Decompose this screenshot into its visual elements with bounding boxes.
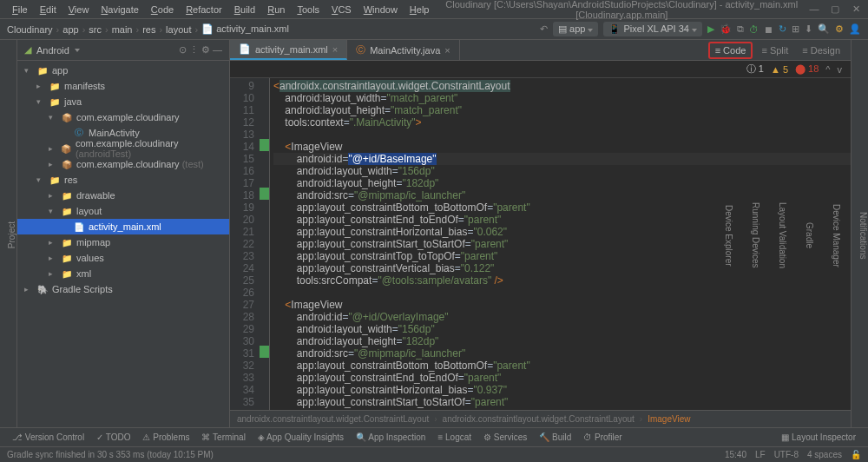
code-line[interactable]: android:layout_height="match_parent" (273, 104, 851, 116)
sync-icon[interactable]: ↻ (779, 23, 786, 35)
indent[interactable]: 4 spaces (807, 450, 842, 459)
panel-menu-icon[interactable]: ⊙ ⋮ ⚙ — (179, 44, 222, 56)
tree-item[interactable]: ▾📁java (17, 94, 229, 109)
settings-icon[interactable]: ⚙ (835, 23, 844, 35)
code-line[interactable]: app:layout_constraintHorizontal_bias="0.… (273, 384, 851, 396)
crumb-5[interactable]: layout (166, 24, 191, 35)
chevron-up-icon[interactable]: ^ (825, 64, 830, 75)
tree-item[interactable]: ▸📁values (17, 250, 229, 266)
crumb-4[interactable]: res (142, 24, 155, 35)
notifications-tab[interactable]: Notifications (858, 208, 868, 262)
code-line[interactable]: tools:context=".MainActivity"> (273, 116, 851, 129)
tree-item[interactable]: ▾📦com.example.cloudinary (17, 109, 229, 125)
code-line[interactable]: <ImageView (273, 141, 851, 153)
code-line[interactable]: android:layout_height="182dp" (273, 177, 851, 189)
code-line[interactable]: app:layout_constraintBottom_toBottomOf="… (273, 360, 851, 372)
menu-edit[interactable]: Edit (35, 3, 62, 16)
code-line[interactable] (273, 287, 851, 299)
tree-item[interactable]: ▸🐘Gradle Scripts (17, 281, 229, 297)
code-line[interactable]: app:layout_constraintStart_toStartOf="pa… (273, 396, 851, 408)
coverage-icon[interactable]: ⧉ (737, 23, 744, 35)
gradle-tab[interactable]: Gradle (805, 219, 814, 252)
code-line[interactable]: app:layout_constraintEnd_toEndOf="parent… (273, 214, 851, 226)
device-explorer-tab[interactable]: Device Explorer (724, 201, 733, 270)
tree-item[interactable]: 📄activity_main.xml (17, 219, 229, 234)
code-line[interactable]: android:id="@+id/OverlayImage" (273, 311, 851, 323)
tool-services[interactable]: ⚙ Services (478, 432, 532, 442)
crumb-0[interactable]: Cloudinary (7, 24, 53, 35)
code-line[interactable]: app:layout_constraintStart_toStartOf="pa… (273, 238, 851, 250)
tool-problems[interactable]: ⚠ Problems (137, 432, 194, 442)
layout-validation-tab[interactable]: Layout Validation (778, 199, 787, 272)
code-line[interactable]: app:layout_constraintBottom_toBottomOf="… (273, 201, 851, 214)
view-design[interactable]: ≡ Design (797, 43, 845, 57)
project-tool-tab[interactable]: Project (7, 218, 16, 252)
code-line[interactable]: <androidx.constraintlayout.widget.Constr… (273, 80, 851, 92)
xml-crumb[interactable]: androidx.constraintlayout.widget.Constra… (443, 414, 635, 424)
debug-icon[interactable]: 🐞 (720, 23, 732, 35)
tool-terminal[interactable]: ⌘ Terminal (196, 432, 250, 442)
code-line[interactable]: <ImageView (273, 299, 851, 311)
code-line[interactable]: app:layout_constraintVertical_bias="0.12… (273, 262, 851, 274)
menu-vcs[interactable]: VCS (326, 3, 357, 16)
xml-crumb[interactable]: ImageView (648, 414, 690, 424)
device-manager-tab[interactable]: Device Manager (832, 201, 841, 271)
editor-tab[interactable]: Ⓒ MainActivity.java × (347, 40, 460, 60)
tool-build[interactable]: 🔨 Build (534, 432, 576, 442)
xml-crumb[interactable]: androidx.constraintlayout.widget.Constra… (237, 414, 429, 424)
code-line[interactable]: android:src="@mipmap/ic_launcher" (273, 347, 851, 360)
menu-run[interactable]: Run (262, 3, 290, 16)
run-icon[interactable]: ▶ (707, 23, 714, 35)
code-line[interactable]: android:layout_width="156dp" (273, 323, 851, 335)
close-tab-icon[interactable]: × (332, 44, 338, 55)
crumb-3[interactable]: main (112, 24, 133, 35)
view-split[interactable]: ≡ Split (756, 43, 793, 57)
device-selector[interactable]: 📱 Pixel XL API 34 (603, 22, 702, 36)
tree-item[interactable]: ▸📁drawable (17, 188, 229, 203)
running-devices-tab[interactable]: Running Devices (751, 199, 760, 272)
close-tab-icon[interactable]: × (444, 45, 450, 56)
attach-icon[interactable]: ⏹ (764, 24, 773, 35)
readonly-icon[interactable]: 🔓 (851, 450, 861, 459)
tree-item[interactable]: ▾📁layout (17, 203, 229, 219)
close-icon[interactable]: ✕ (851, 3, 861, 15)
avd-icon[interactable]: ⊞ (792, 23, 799, 35)
tool-todo[interactable]: ✓ TODO (91, 432, 135, 442)
project-view-selector[interactable]: Android (36, 45, 69, 56)
editor-tab[interactable]: 📄 activity_main.xml × (230, 40, 347, 60)
chevron-down-icon[interactable]: v (838, 64, 843, 75)
tree-item[interactable]: ▾📁res (17, 172, 229, 188)
code-line[interactable]: tools:srcCompat="@tools:sample/avatars" … (273, 274, 851, 287)
view-code[interactable]: ≡ Code (708, 42, 753, 59)
code-line[interactable]: android:layout_width="match_parent" (273, 92, 851, 104)
code-line[interactable]: app:layout_constraintEnd_toEndOf="parent… (273, 372, 851, 384)
menu-navigate[interactable]: Navigate (95, 3, 143, 16)
info-icon[interactable]: ⓘ 1 (746, 63, 764, 76)
tool-profiler[interactable]: ⏱ Profiler (578, 432, 627, 442)
line-ending[interactable]: LF (755, 450, 766, 459)
crumb-2[interactable]: src (89, 24, 102, 35)
crumb-1[interactable]: app (62, 24, 78, 35)
caret-pos[interactable]: 15:40 (725, 450, 746, 459)
code-line[interactable]: app:layout_constraintHorizontal_bias="0.… (273, 226, 851, 238)
search-icon[interactable]: 🔍 (818, 23, 830, 35)
menu-tools[interactable]: Tools (292, 3, 325, 16)
user-icon[interactable]: 👤 (849, 23, 861, 35)
warn-icon[interactable]: ▲ 5 (771, 64, 788, 75)
tree-item[interactable]: ▸📦com.example.cloudinary (test) (17, 156, 229, 172)
encoding[interactable]: UTF-8 (774, 450, 799, 459)
back-icon[interactable]: ↶ (540, 23, 548, 35)
tree-item[interactable]: ▸📁xml (17, 266, 229, 281)
tool-logcat[interactable]: ≡ Logcat (432, 432, 477, 442)
menu-window[interactable]: Window (358, 3, 403, 16)
menu-build[interactable]: Build (229, 3, 260, 16)
layout-inspector-btn[interactable]: ▦ Layout Inspector (776, 432, 861, 442)
tool-app-inspection[interactable]: 🔍 App Inspection (351, 432, 431, 442)
run-config-module[interactable]: ▤ app (553, 22, 598, 36)
tool-version-control[interactable]: ⎇ Version Control (7, 432, 89, 442)
error-icon[interactable]: ⬤ 18 (795, 63, 819, 75)
code-line[interactable]: android:id="@+id/BaseImage" (273, 153, 851, 165)
menu-view[interactable]: View (63, 3, 95, 16)
menu-file[interactable]: File (7, 3, 33, 16)
profiler-icon[interactable]: ⏱ (749, 24, 759, 35)
